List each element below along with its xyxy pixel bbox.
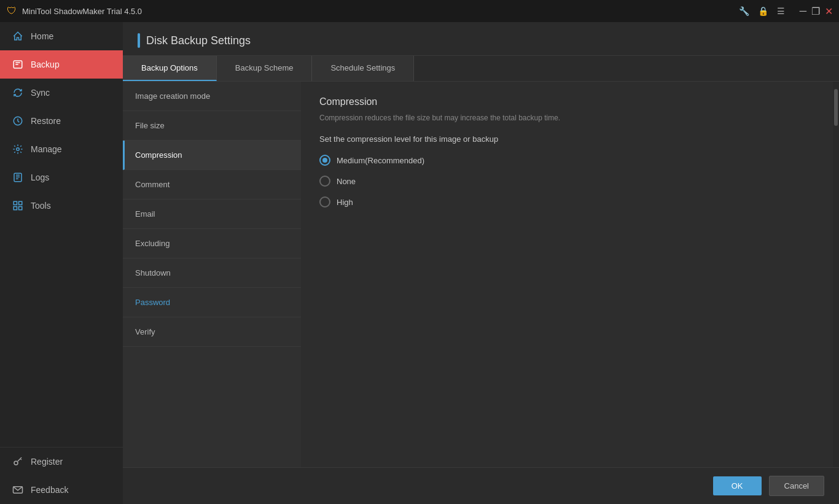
tab-bar: Backup Options Backup Scheme Schedule Se… bbox=[123, 56, 839, 82]
sync-icon bbox=[12, 87, 23, 98]
sidebar-label-register: Register bbox=[31, 457, 63, 467]
sidebar-label-logs: Logs bbox=[31, 173, 49, 182]
sidebar-item-manage[interactable]: Manage bbox=[0, 135, 123, 163]
svg-point-8 bbox=[14, 461, 18, 465]
tab-schedule-settings[interactable]: Schedule Settings bbox=[312, 56, 414, 81]
mail-icon bbox=[12, 484, 23, 495]
sidebar: Home Backup Sync bbox=[0, 22, 123, 504]
menu-item-image-creation-mode[interactable]: Image creation mode bbox=[123, 82, 301, 111]
restore-button[interactable]: ❐ bbox=[811, 6, 820, 17]
manage-icon bbox=[12, 144, 23, 155]
scrollbar-thumb[interactable] bbox=[834, 89, 838, 126]
sidebar-bottom: Register Feedback bbox=[0, 447, 123, 504]
settings-content: Compression Compression reduces the file… bbox=[301, 82, 833, 467]
main-layout: Home Backup Sync bbox=[0, 22, 839, 504]
tab-backup-scheme[interactable]: Backup Scheme bbox=[217, 56, 313, 81]
svg-rect-4 bbox=[14, 201, 17, 204]
titlebar-left: 🛡 MiniTool ShadowMaker Trial 4.5.0 bbox=[6, 6, 142, 17]
tools-icon bbox=[12, 200, 23, 211]
compression-title: Compression bbox=[319, 96, 814, 107]
sidebar-label-home: Home bbox=[31, 31, 53, 41]
menu-item-password[interactable]: Password bbox=[123, 288, 301, 317]
content: Disk Backup Settings Backup Options Back… bbox=[123, 22, 839, 504]
titlebar: 🛡 MiniTool ShadowMaker Trial 4.5.0 🔧 🔒 ☰… bbox=[0, 0, 839, 22]
titlebar-controls: 🔧 🔒 ☰ ─ ❐ ✕ bbox=[739, 6, 833, 17]
ok-button[interactable]: OK bbox=[713, 476, 762, 495]
scrollbar-track[interactable] bbox=[833, 82, 839, 467]
app-icon: 🛡 bbox=[6, 6, 17, 17]
radio-option-none[interactable]: None bbox=[319, 176, 814, 187]
svg-rect-6 bbox=[14, 207, 17, 210]
restore-icon bbox=[12, 115, 23, 126]
app-title: MiniTool ShadowMaker Trial 4.5.0 bbox=[22, 7, 142, 16]
sidebar-label-restore: Restore bbox=[31, 116, 61, 126]
svg-point-2 bbox=[17, 148, 20, 151]
compression-level-label: Set the compression level for this image… bbox=[319, 134, 814, 144]
page-header: Disk Backup Settings bbox=[123, 22, 839, 56]
sidebar-item-logs[interactable]: Logs bbox=[0, 163, 123, 192]
window-controls: ─ ❐ ✕ bbox=[800, 6, 833, 17]
page-title: Disk Backup Settings bbox=[146, 34, 251, 47]
compression-desc: Compression reduces the file size but ma… bbox=[319, 114, 814, 122]
header-accent bbox=[138, 33, 140, 48]
menu-item-email[interactable]: Email bbox=[123, 200, 301, 229]
sidebar-item-feedback[interactable]: Feedback bbox=[0, 476, 123, 504]
minimize-button[interactable]: ─ bbox=[800, 6, 806, 17]
radio-label-high: High bbox=[337, 198, 353, 207]
menu-icon[interactable]: ☰ bbox=[777, 6, 785, 16]
sidebar-item-tools[interactable]: Tools bbox=[0, 192, 123, 220]
menu-item-compression[interactable]: Compression bbox=[123, 141, 301, 170]
svg-rect-7 bbox=[19, 207, 22, 210]
sidebar-item-register[interactable]: Register bbox=[0, 448, 123, 476]
menu-item-comment[interactable]: Comment bbox=[123, 170, 301, 200]
sidebar-label-backup: Backup bbox=[31, 60, 60, 69]
svg-rect-5 bbox=[19, 201, 22, 204]
radio-option-high[interactable]: High bbox=[319, 196, 814, 207]
sidebar-item-sync[interactable]: Sync bbox=[0, 79, 123, 107]
home-icon bbox=[12, 31, 23, 42]
menu-item-verify[interactable]: Verify bbox=[123, 317, 301, 347]
radio-circle-none bbox=[319, 176, 330, 187]
sidebar-label-sync: Sync bbox=[31, 88, 50, 98]
settings-panel: Image creation mode File size Compressio… bbox=[123, 82, 839, 467]
radio-label-none: None bbox=[337, 177, 356, 186]
key-icon bbox=[12, 456, 23, 467]
menu-item-excluding[interactable]: Excluding bbox=[123, 229, 301, 258]
sidebar-item-restore[interactable]: Restore bbox=[0, 107, 123, 135]
logs-icon bbox=[12, 172, 23, 183]
sidebar-item-backup[interactable]: Backup bbox=[0, 50, 123, 79]
radio-circle-high bbox=[319, 196, 330, 207]
lock-icon[interactable]: 🔒 bbox=[758, 6, 768, 16]
menu-item-file-size[interactable]: File size bbox=[123, 111, 301, 141]
tab-backup-options[interactable]: Backup Options bbox=[123, 56, 217, 81]
radio-circle-medium bbox=[319, 155, 330, 166]
cancel-button[interactable]: Cancel bbox=[769, 476, 824, 496]
compression-radio-group: Medium(Recommended) None High bbox=[319, 155, 814, 207]
settings-menu: Image creation mode File size Compressio… bbox=[123, 82, 301, 467]
backup-icon bbox=[12, 59, 23, 70]
radio-label-medium: Medium(Recommended) bbox=[337, 156, 424, 165]
sidebar-item-home[interactable]: Home bbox=[0, 22, 123, 50]
sidebar-label-feedback: Feedback bbox=[31, 485, 68, 495]
menu-item-shutdown[interactable]: Shutdown bbox=[123, 258, 301, 288]
sidebar-label-manage: Manage bbox=[31, 144, 62, 154]
radio-option-medium[interactable]: Medium(Recommended) bbox=[319, 155, 814, 166]
sidebar-label-tools: Tools bbox=[31, 201, 51, 211]
close-button[interactable]: ✕ bbox=[825, 6, 833, 17]
footer: OK Cancel bbox=[123, 467, 839, 504]
wrench-icon[interactable]: 🔧 bbox=[739, 6, 749, 16]
